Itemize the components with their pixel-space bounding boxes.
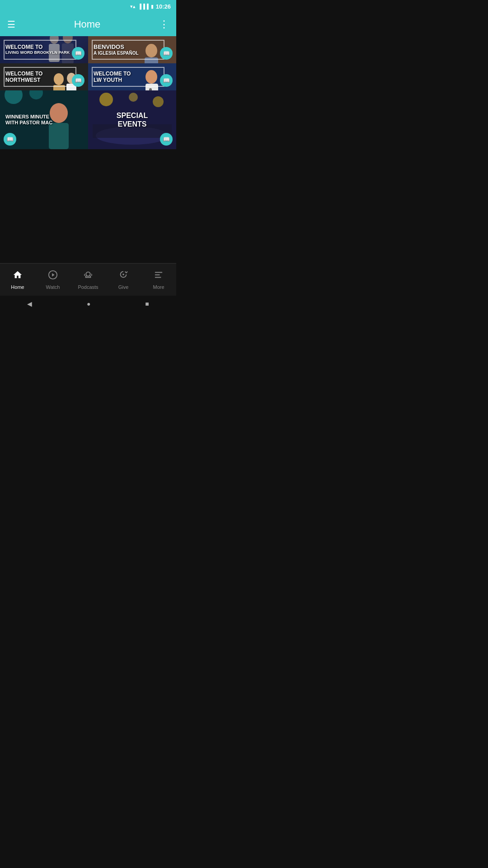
svg-point-25 [153, 96, 164, 107]
card-overlay-text-youth: WELCOME TO LW YOUTH [94, 71, 131, 84]
nav-give-label: Give [118, 284, 129, 290]
svg-rect-33 [155, 274, 160, 275]
card-northwest[interactable]: WELCOME TO NORTHWEST 📖 Northwest Rogers … [0, 63, 88, 90]
svg-point-6 [145, 44, 157, 57]
menu-button[interactable]: ☰ [7, 20, 15, 29]
nav-home[interactable]: Home [0, 270, 35, 290]
card-brooklyn-park[interactable]: WELCOME TO LIVING WORD BROOKYLN PARK 📖 B… [0, 36, 88, 63]
status-bar: ▾▴ ▐▐▐ ▮ 10:26 [0, 0, 176, 13]
card-overlay-text-northwest: WELCOME TO NORTHWEST [5, 71, 42, 84]
svg-rect-7 [145, 57, 158, 63]
signal-icon: ▐▐▐ [138, 4, 148, 9]
svg-point-14 [145, 70, 157, 84]
nav-watch-label: Watch [46, 284, 60, 290]
content-area: WELCOME TO LIVING WORD BROOKYLN PARK 📖 B… [0, 36, 176, 263]
card-youth[interactable]: WELCOME TO LW YOUTH 📖 Youth Main Campus [88, 63, 176, 90]
give-icon [118, 270, 128, 283]
book-icon-northwest: 📖 [72, 74, 84, 87]
nav-podcasts-label: Podcasts [78, 284, 98, 290]
nav-more[interactable]: More [141, 270, 176, 290]
svg-rect-32 [155, 272, 163, 273]
card-thumb-northwest: WELCOME TO NORTHWEST 📖 [0, 63, 88, 90]
card-winners[interactable]: WINNERS MINUTE WITH PASTOR MAC 📖 [0, 90, 88, 149]
card-thumb-iglesia: BENVIDOS A IGLESIA ESPAÑOL 📖 [88, 36, 176, 63]
svg-rect-34 [155, 277, 161, 278]
status-icons: ▾▴ ▐▐▐ ▮ 10:26 [130, 3, 171, 10]
card-thumb-winners: WINNERS MINUTE WITH PASTOR MAC 📖 [0, 90, 88, 149]
status-time: 10:26 [156, 3, 171, 10]
cards-grid: WELCOME TO LIVING WORD BROOKYLN PARK 📖 B… [0, 36, 176, 149]
app-header: ☰ Home ⋮ [0, 13, 176, 36]
svg-rect-10 [53, 85, 65, 90]
svg-point-31 [122, 274, 124, 275]
card-overlay-text-iglesia: BENVIDOS A IGLESIA ESPAÑOL [94, 43, 139, 56]
recents-button[interactable]: ■ [145, 300, 149, 307]
svg-point-30 [86, 272, 90, 276]
card-overlay-text-winners: WINNERS MINUTE WITH PASTOR MAC [5, 114, 52, 126]
home-button[interactable]: ● [87, 300, 90, 307]
watch-icon [48, 270, 58, 283]
card-thumb-special: SPECIAL EVENTS 📖 [88, 90, 176, 149]
home-icon [13, 270, 23, 283]
wifi-icon: ▾▴ [130, 4, 136, 9]
more-options-button[interactable]: ⋮ [159, 19, 169, 30]
card-thumb-brooklyn: WELCOME TO LIVING WORD BROOKYLN PARK 📖 [0, 36, 88, 63]
svg-marker-29 [52, 273, 55, 276]
back-button[interactable]: ◀ [27, 300, 32, 307]
nav-more-label: More [153, 284, 164, 290]
card-thumb-youth: WELCOME TO LW YOUTH 📖 [88, 63, 176, 90]
card-special[interactable]: SPECIAL EVENTS 📖 [88, 90, 176, 149]
system-nav-bar: ◀ ● ■ [0, 296, 176, 312]
book-icon-special: 📖 [160, 133, 173, 146]
nav-give[interactable]: Give [106, 270, 141, 290]
card-iglesia[interactable]: BENVIDOS A IGLESIA ESPAÑOL 📖 Iglesia Esp… [88, 36, 176, 63]
more-icon [154, 270, 164, 283]
podcasts-icon [83, 270, 93, 283]
svg-rect-15 [145, 84, 158, 90]
battery-icon: ▮ [151, 4, 154, 9]
svg-rect-21 [49, 123, 69, 149]
svg-point-9 [54, 73, 64, 85]
card-overlay-text: WELCOME TO LIVING WORD BROOKYLN PARK [5, 44, 70, 55]
book-icon: 📖 [72, 47, 84, 60]
book-icon-iglesia: 📖 [160, 47, 173, 60]
page-title: Home [15, 19, 159, 30]
svg-point-23 [99, 93, 113, 106]
book-icon-winners: 📖 [4, 133, 16, 146]
book-icon-youth: 📖 [160, 74, 173, 87]
nav-podcasts[interactable]: Podcasts [70, 270, 106, 290]
bottom-navigation: Home Watch Podcasts [0, 263, 176, 296]
nav-home-label: Home [11, 284, 24, 290]
nav-watch[interactable]: Watch [35, 270, 70, 290]
card-overlay-text-special: SPECIAL EVENTS [93, 111, 172, 128]
svg-point-24 [129, 93, 138, 102]
